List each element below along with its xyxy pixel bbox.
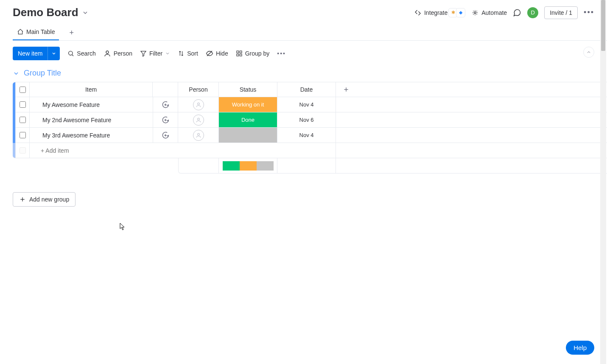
- select-all-checkbox[interactable]: [20, 87, 26, 93]
- svg-point-0: [474, 11, 476, 14]
- new-item-dropdown[interactable]: [48, 47, 60, 60]
- column-header-conversation: [153, 82, 178, 97]
- empty-cell: [336, 143, 607, 158]
- more-icon: •••: [584, 8, 594, 17]
- hide-icon: [206, 50, 213, 57]
- sort-label: Sort: [187, 50, 198, 57]
- table-row: My 3rd Awesome Feature Nov 4: [13, 128, 607, 143]
- svg-point-3: [106, 51, 109, 53]
- summary-status-cell: [219, 158, 277, 174]
- group-header[interactable]: Group Title: [13, 69, 61, 78]
- plus-icon: +: [69, 28, 74, 37]
- svg-rect-8: [237, 54, 239, 56]
- date-cell[interactable]: Nov 6: [277, 112, 336, 128]
- status-cell[interactable]: Done: [219, 112, 277, 128]
- table-header-row: Item Person Status Date: [13, 82, 607, 97]
- svg-point-1: [69, 51, 73, 55]
- summary-bar-working: [240, 161, 257, 171]
- column-header-person[interactable]: Person: [178, 82, 219, 97]
- empty-person-icon: [193, 99, 204, 110]
- empty-cell: [336, 128, 607, 143]
- more-options-button[interactable]: •••: [584, 8, 594, 17]
- automate-label: Automate: [481, 9, 507, 16]
- board-title: Demo Board: [13, 6, 78, 19]
- discussion-button[interactable]: [513, 8, 521, 17]
- column-header-date[interactable]: Date: [277, 82, 336, 97]
- item-name-cell[interactable]: My Awesome Feature: [30, 97, 153, 112]
- chevron-down-icon: [82, 9, 89, 16]
- new-item-label: New item: [18, 50, 42, 57]
- collapse-toolbar-button[interactable]: [583, 47, 594, 58]
- person-filter-button[interactable]: Person: [103, 50, 132, 57]
- column-header-item[interactable]: Item: [30, 82, 153, 97]
- automate-button[interactable]: Automate: [471, 9, 507, 17]
- invite-button[interactable]: Invite / 1: [544, 6, 578, 19]
- svg-point-14: [197, 103, 199, 105]
- filter-button[interactable]: Filter: [140, 50, 170, 57]
- cursor-icon: [120, 223, 126, 230]
- row-checkbox[interactable]: [20, 101, 26, 108]
- hide-button[interactable]: Hide: [206, 50, 228, 57]
- integrate-apps: ✱ ◆: [450, 8, 465, 17]
- item-name-cell[interactable]: My 2nd Awesome Feature: [30, 112, 153, 128]
- person-cell[interactable]: [178, 97, 219, 112]
- plus-icon: [343, 86, 350, 93]
- integrate-button[interactable]: Integrate ✱ ◆: [414, 8, 465, 17]
- invite-label: Invite / 1: [550, 9, 572, 16]
- conversation-button[interactable]: [153, 112, 178, 128]
- board-title-button[interactable]: Demo Board: [13, 6, 89, 19]
- toolbar-more-button[interactable]: •••: [277, 50, 286, 57]
- svg-rect-7: [240, 51, 242, 53]
- add-column-button[interactable]: [336, 82, 607, 97]
- add-chat-icon: [161, 131, 170, 140]
- svg-rect-9: [240, 54, 242, 56]
- more-icon: •••: [277, 50, 286, 57]
- summary-row: [13, 158, 607, 174]
- search-icon: [67, 50, 74, 57]
- person-cell[interactable]: [178, 128, 219, 143]
- add-item-row: [13, 143, 607, 158]
- conversation-button[interactable]: [153, 128, 178, 143]
- summary-date-cell: [277, 158, 336, 174]
- filter-label: Filter: [149, 50, 162, 57]
- help-button[interactable]: Help: [566, 341, 594, 355]
- add-group-label: Add new group: [29, 196, 69, 203]
- chevron-down-icon: [165, 51, 170, 56]
- search-button[interactable]: Search: [67, 50, 95, 57]
- add-item-input[interactable]: [40, 147, 336, 154]
- plus-icon: [19, 196, 26, 203]
- item-name-cell[interactable]: My 3rd Awesome Feature: [30, 128, 153, 143]
- add-chat-icon: [161, 116, 170, 124]
- avatar-initial: D: [531, 9, 534, 16]
- group-by-button[interactable]: Group by: [236, 50, 270, 57]
- new-item-button[interactable]: New item: [13, 47, 48, 60]
- person-cell[interactable]: [178, 112, 219, 128]
- row-checkbox[interactable]: [20, 117, 26, 123]
- tab-main-table[interactable]: Main Table: [13, 25, 59, 40]
- column-header-status[interactable]: Status: [219, 82, 277, 97]
- select-all-checkbox-cell: [15, 82, 30, 97]
- integrate-label: Integrate: [424, 9, 448, 16]
- summary-bar-done: [223, 161, 240, 171]
- summary-bar-blank: [257, 161, 274, 171]
- sort-button[interactable]: Sort: [178, 50, 198, 57]
- filter-icon: [140, 50, 147, 57]
- date-cell[interactable]: Nov 4: [277, 128, 336, 143]
- person-icon: [103, 50, 111, 57]
- sort-icon: [178, 50, 185, 57]
- summary-person-cell: [178, 158, 219, 174]
- row-checkbox[interactable]: [20, 132, 26, 138]
- empty-person-icon: [193, 115, 204, 126]
- chat-icon: [513, 8, 521, 17]
- add-new-group-button[interactable]: Add new group: [13, 192, 76, 207]
- add-view-button[interactable]: +: [65, 26, 78, 40]
- status-cell[interactable]: [219, 128, 277, 143]
- status-cell[interactable]: Working on it: [219, 97, 277, 112]
- chevron-up-icon: [586, 50, 591, 55]
- svg-marker-4: [141, 51, 146, 56]
- avatar[interactable]: D: [527, 7, 538, 18]
- empty-cell: [336, 112, 607, 128]
- tab-main-table-label: Main Table: [26, 28, 55, 35]
- conversation-button[interactable]: [153, 97, 178, 112]
- date-cell[interactable]: Nov 4: [277, 97, 336, 112]
